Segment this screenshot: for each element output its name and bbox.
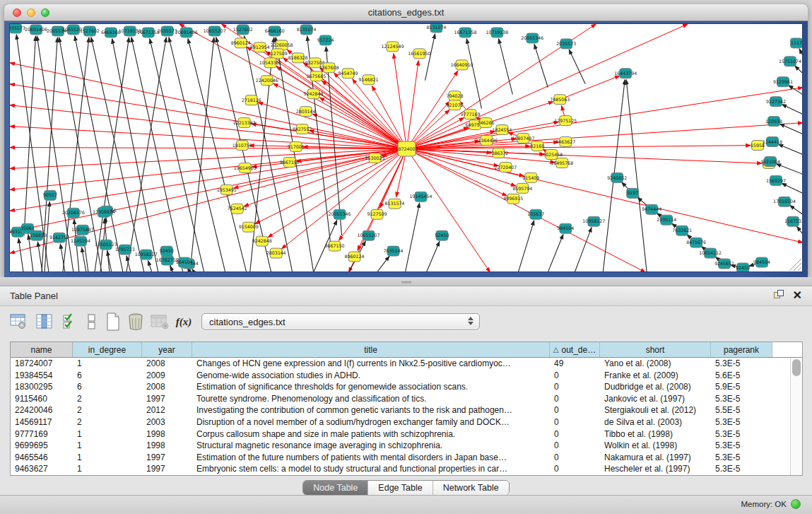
network-canvas[interactable]: 1872400789601248912954222600589127509105… xyxy=(9,23,803,272)
graph-node[interactable]: 746266 xyxy=(477,118,494,128)
cell-out_de[interactable]: 0 xyxy=(550,463,600,475)
graph-node[interactable]: 10543382 xyxy=(259,58,282,68)
graph-node[interactable]: 20691406 xyxy=(175,28,198,37)
cell-in_degree[interactable]: 2 xyxy=(73,404,142,416)
graph-edge[interactable] xyxy=(377,256,390,272)
tab-network-table[interactable]: Network Table xyxy=(433,481,509,495)
graph-node[interactable]: 10654112 xyxy=(699,248,722,258)
cell-pagerank[interactable]: 5.3E-5 xyxy=(711,393,772,405)
graph-edge[interactable] xyxy=(782,183,803,193)
table-row[interactable]: 911546021997Tourette syndrome. Phenomeno… xyxy=(11,393,802,405)
function-builder-icon[interactable]: f(x) xyxy=(174,312,194,332)
table-row[interactable]: 1830029562008Estimation of significance … xyxy=(11,381,802,393)
cell-name[interactable]: 9115460 xyxy=(11,393,73,405)
graph-edge[interactable] xyxy=(10,148,406,232)
graph-node[interactable]: 921072 xyxy=(446,100,463,110)
graph-node[interactable]: 1953495 xyxy=(217,185,237,194)
cell-title[interactable]: Estimation of the future numbers of pati… xyxy=(192,452,550,464)
graph-edge[interactable] xyxy=(799,49,803,56)
cell-pagerank[interactable]: 5.5E-5 xyxy=(711,404,772,416)
table-row[interactable]: 969969511998Structural magnetic resonanc… xyxy=(11,440,802,452)
cell-name[interactable]: 9465546 xyxy=(11,452,73,464)
graph-edge[interactable] xyxy=(782,105,803,115)
table-row[interactable]: 1938455462009Genome-wide association stu… xyxy=(11,370,802,382)
graph-edge[interactable] xyxy=(426,241,439,272)
graph-edge[interactable] xyxy=(131,37,183,272)
graph-edge[interactable] xyxy=(10,148,406,168)
column-header-in_degree[interactable]: in_degree xyxy=(73,342,142,357)
graph-edge[interactable] xyxy=(406,148,490,272)
cell-pagerank[interactable]: 5.9E-5 xyxy=(711,381,772,393)
graph-edge[interactable] xyxy=(126,37,166,272)
graph-edge[interactable] xyxy=(112,39,158,272)
cell-name[interactable]: 9777169 xyxy=(11,428,73,440)
cell-title[interactable]: Corpus callosum shape and size in male p… xyxy=(192,428,550,440)
graph-node[interactable]: 16640910 xyxy=(450,60,473,70)
cell-year[interactable]: 1997 xyxy=(142,463,192,475)
graph-node[interactable]: 2803144 xyxy=(266,248,286,258)
cell-year[interactable]: 1997 xyxy=(142,452,192,464)
graph-node[interactable]: 2935114 xyxy=(657,215,676,225)
graph-node[interactable]: 1527602 xyxy=(233,25,253,35)
graph-node[interactable]: 22420046 xyxy=(256,76,278,86)
graph-node[interactable]: 12213383 xyxy=(233,118,256,128)
cell-short[interactable]: Jankovic et al. (1997) xyxy=(600,393,711,405)
cell-out_de[interactable]: 0 xyxy=(550,381,600,393)
graph-edge[interactable] xyxy=(626,80,647,272)
cell-out_de[interactable]: 0 xyxy=(550,440,600,452)
graph-node[interactable]: 9129961 xyxy=(773,77,793,87)
cell-name[interactable]: 22420046 xyxy=(11,404,73,416)
graph-edge[interactable] xyxy=(776,164,803,175)
graph-node[interactable]: 16671358 xyxy=(454,28,476,37)
cell-in_degree[interactable]: 1 xyxy=(73,452,142,464)
graph-edge[interactable] xyxy=(797,226,803,234)
citation-graph[interactable]: 1872400789601248912954222600589127509105… xyxy=(10,24,803,272)
cell-name[interactable]: 18300295 xyxy=(11,381,73,393)
graph-edge[interactable] xyxy=(192,269,194,272)
cell-in_degree[interactable]: 2 xyxy=(73,393,142,405)
column-header-pagerank[interactable]: pagerank xyxy=(711,342,772,357)
graph-node[interactable]: 8471676 xyxy=(686,238,706,247)
graph-node[interactable]: 12975125 xyxy=(554,116,577,126)
graph-edge[interactable] xyxy=(789,86,803,95)
cell-out_de[interactable]: 0 xyxy=(550,416,600,428)
table-settings-icon[interactable] xyxy=(8,312,28,332)
graph-edge[interactable] xyxy=(406,148,498,165)
graph-edge[interactable] xyxy=(779,124,803,134)
column-header-short[interactable]: short xyxy=(600,342,711,357)
cell-in_degree[interactable]: 6 xyxy=(73,370,142,382)
graph-node[interactable]: 8131574 xyxy=(385,199,405,209)
cell-short[interactable]: Yano et al. (2008) xyxy=(600,358,711,370)
cell-name[interactable]: 14569117 xyxy=(11,416,73,428)
float-window-icon[interactable] xyxy=(774,290,784,300)
graph-edge[interactable] xyxy=(190,37,214,272)
cell-name[interactable]: 18724007 xyxy=(11,358,73,370)
cell-year[interactable]: 1998 xyxy=(142,428,192,440)
graph-node[interactable]: 20055346 xyxy=(521,33,543,43)
cell-short[interactable]: Tibbo et al. (1998) xyxy=(600,428,711,440)
cell-in_degree[interactable]: 2 xyxy=(73,416,142,428)
cell-year[interactable]: 2012 xyxy=(142,404,192,416)
divider-drag-handle[interactable] xyxy=(401,280,412,284)
cell-out_de[interactable]: 0 xyxy=(550,428,600,440)
network-table-selector[interactable]: citations_edges.txt xyxy=(201,313,480,330)
graph-edge[interactable] xyxy=(795,66,803,74)
graph-node[interactable]: 2035573 xyxy=(10,24,25,33)
cell-title[interactable]: Embryonic stem cells: a model to study s… xyxy=(192,463,550,475)
graph-node[interactable]: 2035573 xyxy=(556,39,576,49)
graph-node[interactable]: 19145454 xyxy=(410,192,433,201)
graph-node[interactable]: 9146821 xyxy=(359,75,379,85)
cell-in_degree[interactable]: 1 xyxy=(73,428,142,440)
table-row[interactable]: 1872400712008Changes of HCN gene express… xyxy=(11,358,802,370)
table-row[interactable]: 2242004622012Investigating the contribut… xyxy=(11,404,802,416)
graph-edge[interactable] xyxy=(575,228,592,272)
cell-short[interactable]: Stergiakouli et al. (2012) xyxy=(600,404,711,416)
graph-node[interactable]: 92450 xyxy=(736,263,750,272)
graph-node[interactable]: 12124549 xyxy=(382,42,404,52)
graph-edge[interactable] xyxy=(569,49,585,84)
cell-year[interactable]: 2003 xyxy=(142,416,192,428)
cell-short[interactable]: Franke et al. (2009) xyxy=(600,370,711,382)
graph-edge[interactable] xyxy=(425,34,435,81)
cell-in_degree[interactable]: 1 xyxy=(73,440,142,452)
cell-in_degree[interactable]: 1 xyxy=(73,463,142,475)
